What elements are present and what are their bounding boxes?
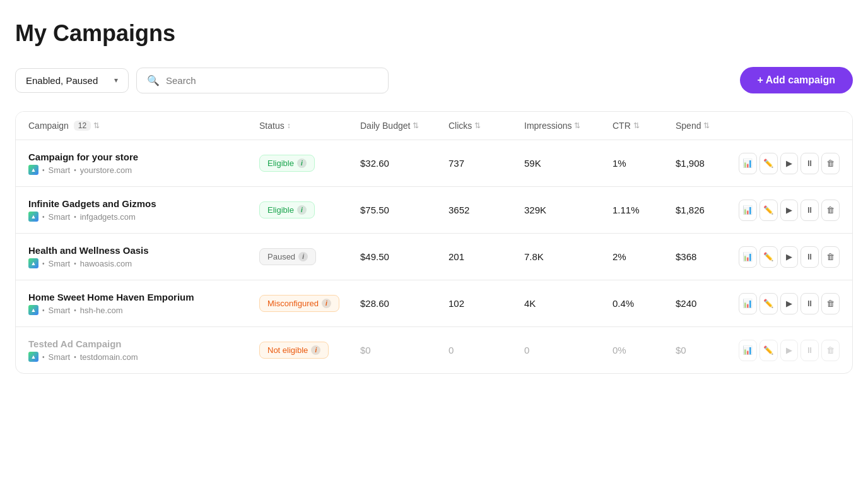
sort-icon[interactable]: ⇅ bbox=[93, 121, 100, 130]
clicks-value: 3652 bbox=[449, 205, 524, 215]
campaign-status: Eligible i bbox=[259, 201, 360, 218]
edit-button[interactable]: ✏️ bbox=[760, 293, 778, 314]
info-icon[interactable]: i bbox=[298, 252, 308, 261]
impressions-value: 59K bbox=[524, 158, 613, 169]
campaign-info: Health and Wellness Oasis ▲ • Smart • ha… bbox=[28, 245, 259, 268]
status-badge: Misconfigured i bbox=[259, 295, 339, 312]
col-spend: Spend ⇅ bbox=[676, 121, 739, 131]
campaign-meta: ▲ • Smart • hawoasis.com bbox=[28, 258, 259, 268]
edit-button[interactable]: ✏️ bbox=[760, 246, 778, 268]
col-daily-budget: Daily Budget ⇅ bbox=[360, 121, 449, 131]
pause-button[interactable]: ⏸ bbox=[801, 293, 819, 314]
sort-icon[interactable]: ⇅ bbox=[574, 121, 580, 130]
col-campaign: Campaign 12 ⇅ bbox=[28, 121, 259, 131]
spend-value: $368 bbox=[676, 251, 739, 262]
status-badge: Eligible i bbox=[259, 201, 315, 218]
play-button[interactable]: ▶ bbox=[780, 293, 799, 314]
spend-value: $0 bbox=[676, 345, 739, 356]
pause-button[interactable]: ⏸ bbox=[801, 200, 819, 221]
search-icon: 🔍 bbox=[147, 75, 160, 87]
analytics-button[interactable]: 📊 bbox=[739, 200, 757, 221]
analytics-button[interactable]: 📊 bbox=[739, 293, 757, 314]
campaign-status: Paused i bbox=[259, 248, 360, 265]
analytics-button[interactable]: 📊 bbox=[739, 153, 757, 174]
sort-icon[interactable]: ⇅ bbox=[474, 121, 481, 130]
info-icon[interactable]: i bbox=[297, 158, 307, 168]
delete-button[interactable]: 🗑 bbox=[821, 246, 840, 268]
table-row: Infinite Gadgets and Gizmos ▲ • Smart • … bbox=[16, 187, 852, 234]
col-status: Status ↕ bbox=[259, 121, 360, 131]
analytics-button[interactable]: 📊 bbox=[739, 246, 757, 268]
delete-button[interactable]: 🗑 bbox=[821, 340, 840, 361]
delete-button[interactable]: 🗑 bbox=[821, 200, 840, 221]
table-row: Home Sweet Home Haven Emporium ▲ • Smart… bbox=[16, 280, 852, 327]
play-button[interactable]: ▶ bbox=[780, 340, 799, 361]
play-button[interactable]: ▶ bbox=[780, 200, 799, 221]
smart-icon: ▲ bbox=[28, 258, 38, 268]
ctr-value: 1.11% bbox=[613, 205, 676, 215]
smart-icon: ▲ bbox=[28, 165, 38, 175]
play-button[interactable]: ▶ bbox=[780, 246, 799, 268]
status-filter-dropdown[interactable]: Enabled, Paused ▾ bbox=[15, 68, 129, 93]
smart-icon: ▲ bbox=[28, 352, 38, 362]
sort-icon[interactable]: ⇅ bbox=[413, 121, 419, 130]
pause-button[interactable]: ⏸ bbox=[801, 246, 819, 268]
clicks-value: 0 bbox=[449, 345, 524, 356]
pause-button[interactable]: ⏸ bbox=[801, 340, 819, 361]
row-actions: 📊 ✏️ ▶ ⏸ 🗑 bbox=[739, 153, 840, 174]
toolbar: Enabled, Paused ▾ 🔍 + Add campaign bbox=[15, 67, 853, 93]
search-box: 🔍 bbox=[136, 68, 389, 93]
status-badge: Not eligible i bbox=[259, 342, 329, 359]
col-ctr: CTR ⇅ bbox=[613, 121, 676, 131]
sort-icon[interactable]: ⇅ bbox=[703, 121, 710, 130]
campaign-type: Smart bbox=[49, 352, 71, 362]
edit-button[interactable]: ✏️ bbox=[760, 200, 778, 221]
campaign-domain: hsh-he.com bbox=[80, 306, 123, 315]
col-clicks: Clicks ⇅ bbox=[449, 121, 524, 131]
campaign-domain: hawoasis.com bbox=[80, 259, 132, 268]
campaign-info: Infinite Gadgets and Gizmos ▲ • Smart • … bbox=[28, 198, 259, 222]
ctr-value: 0.4% bbox=[613, 298, 676, 309]
clicks-value: 201 bbox=[449, 251, 524, 262]
campaign-info: Tested Ad Campaign ▲ • Smart • testdomai… bbox=[28, 338, 259, 362]
delete-button[interactable]: 🗑 bbox=[821, 293, 840, 314]
delete-button[interactable]: 🗑 bbox=[821, 153, 840, 174]
campaign-domain: infgadgets.com bbox=[80, 212, 136, 222]
col-impressions: Impressions ⇅ bbox=[524, 121, 613, 131]
table-body: Campaign for your store ▲ • Smart • your… bbox=[16, 140, 852, 373]
add-campaign-button[interactable]: + Add campaign bbox=[740, 67, 853, 93]
spend-value: $1,908 bbox=[676, 158, 739, 169]
search-input[interactable] bbox=[166, 75, 378, 86]
smart-icon: ▲ bbox=[28, 212, 38, 222]
info-icon[interactable]: i bbox=[297, 205, 307, 215]
pause-button[interactable]: ⏸ bbox=[801, 153, 819, 174]
info-icon[interactable]: i bbox=[322, 299, 331, 308]
daily-budget-value: $49.50 bbox=[360, 251, 449, 262]
impressions-value: 7.8K bbox=[524, 251, 613, 262]
sort-icon[interactable]: ⇅ bbox=[633, 121, 640, 130]
page-title: My Campaigns bbox=[15, 20, 853, 47]
campaign-domain: testdomain.com bbox=[80, 352, 138, 362]
ctr-value: 2% bbox=[613, 251, 676, 262]
campaign-name: Infinite Gadgets and Gizmos bbox=[28, 198, 259, 209]
campaign-name: Health and Wellness Oasis bbox=[28, 245, 259, 256]
daily-budget-value: $32.60 bbox=[360, 158, 449, 169]
info-icon[interactable]: i bbox=[311, 345, 320, 355]
spend-value: $1,826 bbox=[676, 205, 739, 215]
campaign-meta: ▲ • Smart • testdomain.com bbox=[28, 352, 259, 362]
campaigns-table: Campaign 12 ⇅ Status ↕ Daily Budget ⇅ Cl… bbox=[15, 111, 853, 374]
chevron-down-icon: ▾ bbox=[114, 76, 118, 85]
campaign-info: Home Sweet Home Haven Emporium ▲ • Smart… bbox=[28, 292, 259, 315]
play-button[interactable]: ▶ bbox=[780, 153, 799, 174]
campaign-type: Smart bbox=[49, 165, 71, 175]
table-header: Campaign 12 ⇅ Status ↕ Daily Budget ⇅ Cl… bbox=[16, 112, 852, 140]
edit-button[interactable]: ✏️ bbox=[760, 153, 778, 174]
sort-icon[interactable]: ↕ bbox=[287, 121, 291, 130]
row-actions: 📊 ✏️ ▶ ⏸ 🗑 bbox=[739, 293, 840, 314]
row-actions: 📊 ✏️ ▶ ⏸ 🗑 bbox=[739, 246, 840, 268]
edit-button[interactable]: ✏️ bbox=[760, 340, 778, 361]
campaign-status: Eligible i bbox=[259, 155, 360, 172]
campaign-name: Campaign for your store bbox=[28, 152, 259, 162]
analytics-button[interactable]: 📊 bbox=[739, 340, 757, 361]
daily-budget-value: $0 bbox=[360, 345, 449, 356]
